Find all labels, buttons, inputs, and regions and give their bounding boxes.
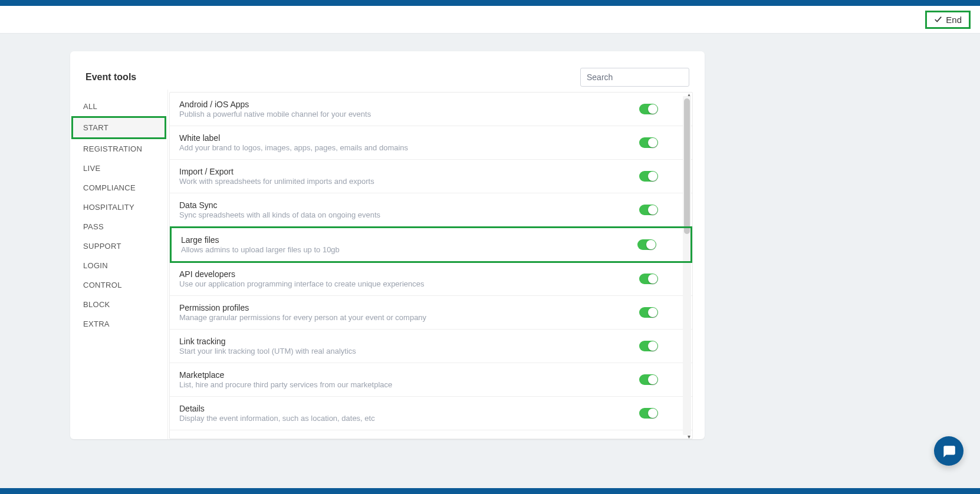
sidebar-item-pass[interactable]: PASS: [70, 217, 167, 236]
toggle-switch[interactable]: [639, 341, 658, 351]
toggle-switch[interactable]: [639, 374, 658, 385]
sidebar-item-extra[interactable]: EXTRA: [70, 314, 167, 334]
header-bar: End: [0, 6, 980, 34]
scroll-area: Android / iOS AppsPublish a powerful nat…: [169, 92, 693, 439]
tool-desc: Start your link tracking tool (UTM) with…: [179, 347, 639, 355]
tool-desc: Display the event information, such as l…: [179, 414, 639, 423]
panel-body: ALLSTARTREGISTRATIONLIVECOMPLIANCEHOSPIT…: [70, 90, 705, 439]
toggle-switch[interactable]: [639, 137, 658, 148]
tool-text: Import / ExportWork with spreadsheets fo…: [179, 167, 639, 186]
end-button-label: End: [946, 15, 962, 25]
tool-row: Large filesAllows admins to upload large…: [170, 226, 692, 263]
tool-desc: Work with spreadsheets for unlimited imp…: [179, 177, 639, 186]
tool-row: Data SyncSync spreadsheets with all kind…: [170, 193, 692, 227]
tool-text: PeopleManage all your attendees informat…: [179, 437, 639, 439]
bottom-strip: [0, 488, 980, 494]
chat-icon: [941, 443, 956, 459]
top-strip: [0, 0, 980, 6]
toggle-switch[interactable]: [639, 274, 658, 284]
scroll-track[interactable]: [683, 96, 691, 435]
sidebar-item-live[interactable]: LIVE: [70, 159, 167, 178]
check-icon: [934, 15, 942, 24]
tool-row: Link trackingStart your link tracking to…: [170, 330, 692, 363]
event-tools-panel: Event tools ALLSTARTREGISTRATIONLIVECOMP…: [70, 51, 705, 439]
tool-desc: Use our application programming interfac…: [179, 279, 639, 288]
sidebar-item-registration[interactable]: REGISTRATION: [70, 139, 167, 159]
tool-desc: Publish a powerful native mobile channel…: [179, 110, 639, 118]
sidebar-item-start[interactable]: START: [71, 116, 166, 139]
tool-text: API developersUse our application progra…: [179, 269, 639, 288]
tool-text: Android / iOS AppsPublish a powerful nat…: [179, 100, 639, 118]
end-button[interactable]: End: [925, 11, 971, 29]
tool-text: MarketplaceList, hire and procure third …: [179, 370, 639, 389]
tool-row: Permission profilesManage granular permi…: [170, 296, 692, 330]
toggle-switch[interactable]: [639, 307, 658, 318]
panel-header: Event tools: [70, 51, 705, 90]
tool-row: PeopleManage all your attendees informat…: [170, 430, 692, 439]
tool-title: Android / iOS Apps: [179, 100, 639, 109]
sidebar-item-control[interactable]: CONTROL: [70, 275, 167, 295]
tool-text: Large filesAllows admins to upload large…: [181, 235, 637, 254]
sidebar-item-login[interactable]: LOGIN: [70, 256, 167, 275]
tool-text: Data SyncSync spreadsheets with all kind…: [179, 200, 639, 219]
tool-title: Marketplace: [179, 370, 639, 380]
sidebar-item-compliance[interactable]: COMPLIANCE: [70, 178, 167, 197]
tool-text: DetailsDisplay the event information, su…: [179, 404, 639, 423]
tool-text: White labelAdd your brand to logos, imag…: [179, 133, 639, 152]
tool-title: White label: [179, 133, 639, 143]
tool-title: Data Sync: [179, 200, 639, 210]
sidebar-item-block[interactable]: BLOCK: [70, 295, 167, 314]
tool-desc: Manage granular permissions for every pe…: [179, 313, 639, 322]
tool-title: API developers: [179, 269, 639, 279]
tool-title: Import / Export: [179, 167, 639, 176]
tool-title: Link tracking: [179, 337, 639, 346]
tool-title: People: [179, 437, 639, 439]
chat-widget-button[interactable]: [934, 436, 963, 466]
tool-row: MarketplaceList, hire and procure third …: [170, 363, 692, 397]
toggle-switch[interactable]: [639, 408, 658, 419]
tool-title: Permission profiles: [179, 303, 639, 312]
tool-row: Import / ExportWork with spreadsheets fo…: [170, 160, 692, 193]
tool-row: DetailsDisplay the event information, su…: [170, 397, 692, 430]
toggle-switch[interactable]: [639, 104, 658, 114]
scroll-down-arrow[interactable]: ▾: [688, 433, 690, 439]
tool-text: Permission profilesManage granular permi…: [179, 303, 639, 322]
sidebar-item-support[interactable]: SUPPORT: [70, 236, 167, 256]
toggle-switch[interactable]: [639, 171, 658, 182]
tool-title: Large files: [181, 235, 637, 245]
sidebar: ALLSTARTREGISTRATIONLIVECOMPLIANCEHOSPIT…: [70, 90, 168, 439]
tool-text: Link trackingStart your link tracking to…: [179, 337, 639, 355]
tool-desc: Allows admins to upload larger files up …: [181, 245, 637, 254]
panel-title: Event tools: [85, 72, 136, 83]
tool-list: Android / iOS AppsPublish a powerful nat…: [170, 93, 692, 439]
tool-row: White labelAdd your brand to logos, imag…: [170, 126, 692, 160]
toggle-switch[interactable]: [639, 205, 658, 215]
search-input[interactable]: [580, 68, 689, 87]
tool-row: API developersUse our application progra…: [170, 262, 692, 296]
tool-row: Android / iOS AppsPublish a powerful nat…: [170, 93, 692, 126]
content-wrap: Android / iOS AppsPublish a powerful nat…: [168, 90, 705, 439]
toggle-switch[interactable]: [637, 239, 656, 250]
tool-title: Details: [179, 404, 639, 413]
sidebar-item-all[interactable]: ALL: [70, 97, 167, 116]
tool-desc: List, hire and procure third party servi…: [179, 380, 639, 389]
sidebar-item-hospitality[interactable]: HOSPITALITY: [70, 197, 167, 217]
tool-desc: Add your brand to logos, images, apps, p…: [179, 143, 639, 152]
tool-desc: Sync spreadsheets with all kinds of data…: [179, 210, 639, 219]
scroll-thumb[interactable]: [684, 98, 690, 234]
